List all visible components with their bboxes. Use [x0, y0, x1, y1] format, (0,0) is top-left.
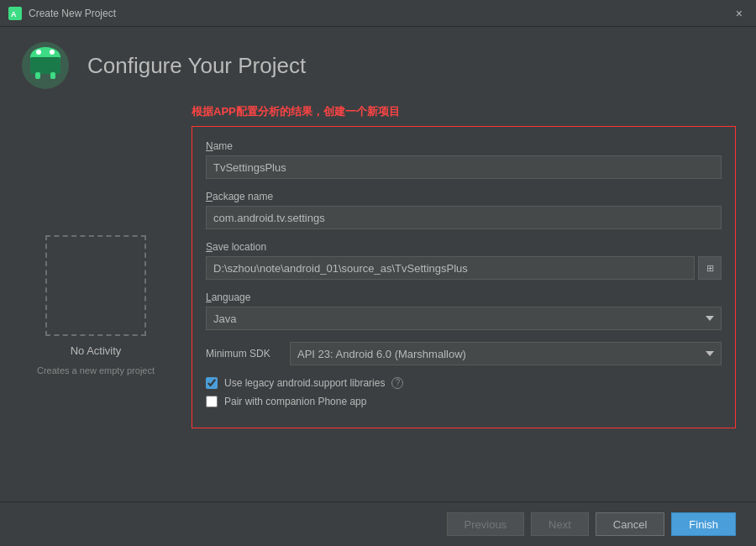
next-button[interactable]: Next: [531, 512, 589, 536]
svg-rect-4: [30, 57, 60, 74]
folder-button[interactable]: ⊞: [698, 256, 722, 280]
svg-point-6: [50, 50, 55, 55]
svg-point-5: [36, 50, 41, 55]
header: Configure Your Project: [0, 27, 756, 104]
activity-preview-box: [45, 235, 146, 336]
pair-checkbox-row: Pair with companion Phone app: [206, 396, 722, 407]
form-box: Name Package name Save location ⊞: [192, 126, 736, 428]
title-bar: A Create New Project ×: [0, 0, 756, 27]
android-studio-logo: [20, 40, 71, 91]
language-label: Language: [206, 291, 722, 303]
name-input[interactable]: [206, 155, 722, 179]
folder-icon: ⊞: [706, 263, 714, 274]
title-bar-text: Create New Project: [29, 8, 116, 19]
save-location-input[interactable]: [206, 256, 695, 280]
svg-rect-7: [35, 72, 40, 79]
package-group: Package name: [206, 191, 722, 229]
name-label: Name: [206, 140, 722, 152]
finish-button[interactable]: Finish: [671, 512, 736, 536]
button-bar: Previous Next Cancel Finish: [0, 501, 756, 546]
legacy-checkbox[interactable]: [206, 377, 218, 389]
min-sdk-label: Minimum SDK: [206, 348, 281, 360]
main-content: No Activity Creates a new empty project …: [0, 104, 756, 506]
svg-text:A: A: [11, 10, 17, 18]
help-icon[interactable]: ?: [391, 377, 403, 389]
legacy-checkbox-label[interactable]: Use legacy android.support libraries: [224, 377, 385, 389]
min-sdk-select[interactable]: API 21: Android 5.0 (Lollipop) API 22: A…: [290, 342, 722, 365]
package-input[interactable]: [206, 206, 722, 229]
cancel-button[interactable]: Cancel: [596, 512, 664, 536]
pair-checkbox[interactable]: [206, 396, 218, 407]
save-location-group: Save location ⊞: [206, 241, 722, 280]
name-group: Name: [206, 140, 722, 179]
save-location-label: Save location: [206, 241, 722, 253]
package-label: Package name: [206, 191, 722, 202]
android-studio-icon: A: [8, 7, 22, 20]
legacy-checkbox-row: Use legacy android.support libraries ?: [206, 377, 722, 389]
right-panel: 根据APP配置分析的结果，创建一个新项目 Name Package name S…: [192, 104, 736, 506]
pair-checkbox-label[interactable]: Pair with companion Phone app: [224, 396, 366, 407]
left-panel: No Activity Creates a new empty project: [20, 104, 171, 506]
previous-button[interactable]: Previous: [447, 512, 525, 536]
close-button[interactable]: ×: [731, 5, 748, 22]
language-group: Language Java Kotlin: [206, 291, 722, 330]
min-sdk-group: Minimum SDK API 21: Android 5.0 (Lollipo…: [206, 342, 722, 365]
language-select[interactable]: Java Kotlin: [206, 307, 722, 330]
page-title: Configure Your Project: [87, 53, 306, 79]
highlight-text: 根据APP配置分析的结果，创建一个新项目: [192, 104, 736, 119]
no-activity-label: No Activity: [71, 344, 122, 357]
svg-rect-8: [50, 72, 55, 79]
no-activity-desc: Creates a new empty project: [37, 365, 155, 375]
